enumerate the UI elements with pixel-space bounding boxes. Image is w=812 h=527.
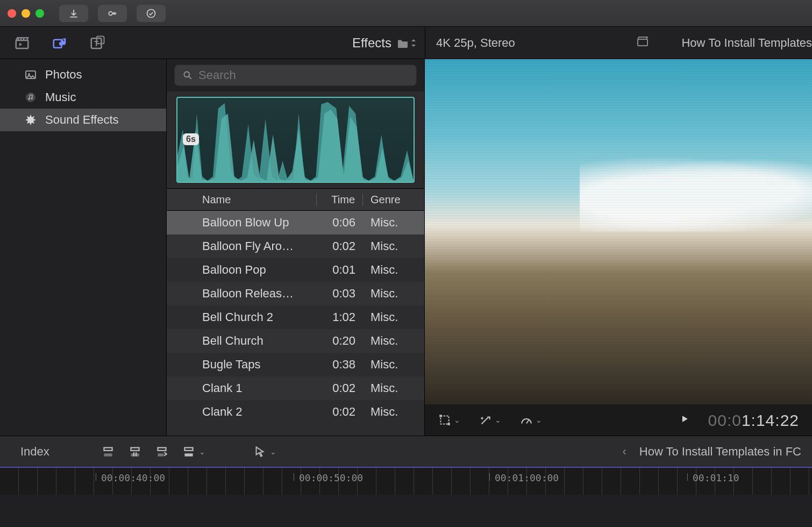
table-row[interactable]: Clank 20:02Misc. — [167, 400, 424, 424]
sidebar-item-label: Photos — [45, 68, 82, 82]
timeline-ruler[interactable]: 00:00:40:0000:00:50:0000:01:00:0000:01:1… — [0, 467, 812, 495]
viewer-header: 4K 25p, Stereo How To Install Templates — [425, 27, 812, 59]
cell-time: 0:02 — [317, 239, 363, 253]
table-row[interactable]: Bell Church0:20Misc. — [167, 329, 424, 353]
format-label: 4K 25p, Stereo — [436, 36, 515, 50]
cell-genre: Misc. — [363, 405, 417, 419]
search-icon — [182, 70, 193, 81]
key-icon — [107, 8, 118, 19]
cell-time: 0:03 — [317, 287, 363, 301]
checkmark-circle-icon — [146, 8, 156, 19]
search-field[interactable] — [174, 65, 417, 86]
svg-point-1 — [147, 9, 155, 17]
svg-rect-17 — [104, 447, 112, 450]
svg-rect-16 — [447, 423, 450, 425]
transform-icon — [438, 413, 452, 427]
library-tab-titles[interactable]: T — [88, 34, 106, 52]
insert-clip-button[interactable] — [128, 445, 142, 459]
column-header-time[interactable]: Time — [317, 194, 363, 206]
sound-effects-panel: 6s Name Time Genre Balloon Blow Up0:06Mi… — [167, 59, 425, 436]
cell-genre: Misc. — [363, 263, 417, 277]
media-sidebar: Photos Music Sound Effects — [0, 59, 167, 436]
cell-name: Balloon Pop — [199, 263, 317, 277]
window-controls — [8, 9, 44, 18]
cell-time: 0:20 — [317, 334, 363, 348]
viewer-controls: ⌄ ⌄ ⌄ 00:01:14:22 — [425, 404, 812, 436]
import-button[interactable] — [59, 5, 88, 22]
play-button[interactable] — [679, 414, 690, 426]
svg-rect-18 — [104, 453, 112, 456]
svg-point-12 — [31, 97, 33, 99]
fullscreen-window-button[interactable] — [35, 9, 44, 18]
timeline-toolbar: Index ⌄ ⌄ ‹ How To Install Templates in … — [0, 436, 812, 467]
timeline-tracks[interactable] — [0, 495, 812, 527]
cell-time: 1:02 — [317, 310, 363, 324]
cell-name: Balloon Releas… — [199, 287, 317, 301]
browser-source-selector[interactable]: Effects — [167, 27, 425, 59]
viewer-panel: ⌄ ⌄ ⌄ 00:01:14:22 — [425, 59, 812, 436]
retime-tool-button[interactable]: ⌄ — [519, 413, 542, 427]
cell-time: 0:06 — [317, 216, 363, 230]
music-icon — [24, 90, 38, 104]
cell-time: 0:02 — [317, 405, 363, 419]
cell-genre: Misc. — [363, 287, 417, 301]
speedometer-icon — [519, 413, 533, 427]
svg-rect-24 — [184, 453, 193, 456]
svg-point-11 — [28, 98, 30, 100]
sidebar-item-music[interactable]: Music — [0, 86, 166, 109]
table-row[interactable]: Clank 10:02Misc. — [167, 376, 424, 400]
index-button[interactable]: Index — [11, 445, 59, 459]
timecode-display[interactable]: 00:01:14:22 — [708, 411, 799, 430]
up-down-chevron-icon — [411, 39, 416, 47]
column-header-genre[interactable]: Genre — [363, 194, 417, 206]
waveform-preview[interactable]: 6s — [176, 97, 415, 183]
svg-point-13 — [184, 72, 189, 77]
keyword-button[interactable] — [98, 5, 127, 22]
svg-rect-21 — [158, 447, 166, 450]
select-tool-button[interactable]: ⌄ — [253, 445, 276, 459]
table-row[interactable]: Balloon Blow Up0:06Misc. — [167, 211, 424, 234]
ruler-tick: 00:01:10 — [693, 472, 739, 483]
connect-clip-button[interactable] — [101, 445, 115, 459]
library-tab-clips[interactable] — [13, 34, 31, 52]
ruler-tick: 00:00:50:00 — [299, 472, 363, 483]
cell-name: Clank 2 — [199, 405, 317, 419]
search-input[interactable] — [198, 68, 409, 82]
minimize-window-button[interactable] — [22, 9, 30, 18]
project-title: How To Install Templates — [681, 36, 812, 50]
video-preview[interactable] — [425, 59, 812, 404]
cell-genre: Misc. — [363, 310, 417, 324]
cell-genre: Misc. — [363, 334, 417, 348]
sidebar-item-photos[interactable]: Photos — [0, 63, 166, 86]
svg-rect-19 — [131, 447, 139, 450]
timeline-title: How To Install Templates in FC — [639, 445, 801, 459]
history-back-button[interactable]: ‹ — [622, 445, 626, 459]
overwrite-clip-button[interactable]: ⌄ — [182, 445, 205, 459]
cell-name: Balloon Fly Aro… — [199, 239, 317, 253]
append-clip-button[interactable] — [155, 445, 169, 459]
close-window-button[interactable] — [8, 9, 16, 18]
table-row[interactable]: Bell Church 21:02Misc. — [167, 305, 424, 329]
background-tasks-button[interactable] — [137, 5, 166, 22]
svg-rect-22 — [158, 453, 163, 456]
library-tabs: T — [0, 27, 167, 59]
table-row[interactable]: Bugle Taps0:38Misc. — [167, 353, 424, 376]
sidebar-item-sound-effects[interactable]: Sound Effects — [0, 109, 166, 131]
cell-time: 0:01 — [317, 263, 363, 277]
clapperboard-icon — [14, 35, 30, 51]
transform-tool-button[interactable]: ⌄ — [438, 413, 460, 427]
folder-icon — [397, 38, 416, 48]
column-header-name[interactable]: Name — [199, 194, 317, 206]
table-row[interactable]: Balloon Pop0:01Misc. — [167, 258, 424, 282]
burst-icon — [24, 113, 38, 127]
svg-rect-23 — [184, 447, 193, 450]
table-row[interactable]: Balloon Releas…0:03Misc. — [167, 282, 424, 305]
cell-genre: Misc. — [363, 216, 417, 230]
table-row[interactable]: Balloon Fly Aro…0:02Misc. — [167, 234, 424, 258]
svg-rect-20 — [131, 453, 139, 456]
enhance-tool-button[interactable]: ⌄ — [479, 413, 501, 427]
svg-point-10 — [26, 92, 35, 102]
waveform-duration-badge: 6s — [183, 133, 199, 145]
cell-time: 0:38 — [317, 358, 363, 372]
library-tab-audio[interactable] — [51, 34, 69, 52]
